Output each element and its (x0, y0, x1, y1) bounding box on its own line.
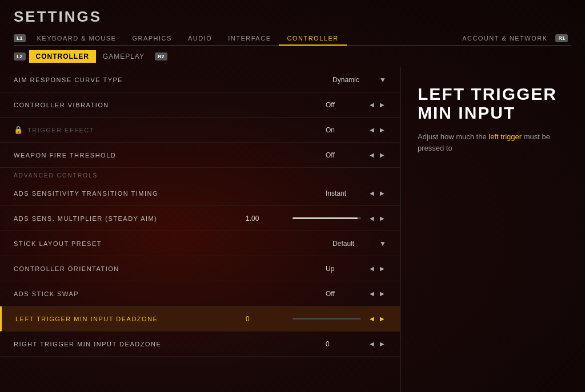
setting-controller-vibration[interactable]: CONTROLLER VIBRATION Off ◀ ▶ (0, 92, 400, 118)
ads-sens-multiplier-controls: 1.00 ◀ ▶ (246, 214, 386, 223)
ads-sens-multiplier-right-arrow[interactable]: ▶ (378, 214, 386, 223)
ads-stick-swap-right-arrow[interactable]: ▶ (378, 289, 386, 298)
trigger-effect-label: TRIGGER EFFECT (27, 127, 326, 134)
setting-trigger-effect: 🔒 TRIGGER EFFECT On ◀ ▶ (0, 118, 400, 143)
right-trigger-min-right-arrow[interactable]: ▶ (378, 340, 386, 348)
right-panel-description: Adjust how much the left trigger must be… (418, 131, 568, 153)
right-trigger-min-controls: 0 ◀ ▶ (326, 340, 386, 348)
tab-audio[interactable]: AUDIO (180, 31, 220, 45)
l2-badge: L2 (14, 52, 26, 60)
controller-orientation-right-arrow[interactable]: ▶ (378, 264, 386, 273)
trigger-effect-value: On (326, 126, 366, 134)
weapon-fire-threshold-value: Off (326, 151, 366, 159)
trigger-effect-left-arrow: ◀ (368, 126, 376, 134)
ads-sens-multiplier-value: 1.00 (246, 215, 286, 223)
aim-response-curve-controls: Dynamic ▼ (332, 76, 386, 84)
setting-weapon-fire-threshold[interactable]: WEAPON FIRE THRESHOLD Off ◀ ▶ (0, 143, 400, 168)
setting-controller-orientation[interactable]: CONTROLLER ORIENTATION Up ◀ ▶ (0, 256, 400, 281)
aim-response-curve-dropdown-icon: ▼ (379, 76, 386, 84)
controller-vibration-label: CONTROLLER VIBRATION (14, 102, 326, 108)
setting-ads-sensitivity-timing[interactable]: ADS SENSITIVITY TRANSITION TIMING Instan… (0, 181, 400, 206)
ads-sensitivity-timing-value: Instant (326, 189, 366, 197)
sub-tab-gameplay[interactable]: Gameplay (96, 50, 151, 63)
tab-keyboard[interactable]: KEYBOARD & MOUSE (29, 31, 125, 45)
controller-orientation-controls: Up ◀ ▶ (326, 264, 386, 273)
setting-right-trigger-min[interactable]: RIGHT TRIGGER MIN INPUT DEADZONE 0 ◀ ▶ (0, 332, 400, 357)
r1-badge: R1 (555, 34, 568, 42)
l1-badge: L1 (14, 34, 26, 42)
controller-vibration-left-arrow[interactable]: ◀ (368, 100, 376, 109)
right-trigger-min-label: RIGHT TRIGGER MIN INPUT DEADZONE (14, 341, 326, 347)
ads-stick-swap-label: ADS STICK SWAP (14, 290, 326, 297)
setting-left-trigger-min[interactable]: LEFT TRIGGER MIN INPUT DEADZONE 0 ◀ ▶ (0, 306, 400, 332)
tab-account[interactable]: ACCOUNT & NETWORK (454, 31, 555, 45)
r2-badge: R2 (155, 52, 167, 60)
tab-controller[interactable]: CONTROLLER (279, 31, 346, 45)
page-title: SETTINGS (14, 8, 571, 26)
setting-ads-sens-multiplier[interactable]: ADS SENS. MULTIPLIER (STEADY AIM) 1.00 ◀… (0, 206, 400, 231)
trigger-effect-right-arrow: ▶ (378, 126, 386, 134)
setting-aim-response-curve[interactable]: AIM RESPONSE CURVE TYPE Dynamic ▼ (0, 67, 400, 92)
header: SETTINGS L1 KEYBOARD & MOUSE GRAPHICS AU… (0, 0, 585, 46)
right-panel-title: LEFT TRIGGER MIN INPUT (418, 84, 568, 122)
weapon-fire-threshold-controls: Off ◀ ▶ (326, 151, 386, 159)
settings-panel: AIM RESPONSE CURVE TYPE Dynamic ▼ CONTRO… (0, 67, 400, 392)
stick-layout-value: Default (332, 240, 372, 248)
controller-vibration-right-arrow[interactable]: ▶ (378, 100, 386, 109)
right-panel: LEFT TRIGGER MIN INPUT Adjust how much t… (400, 67, 585, 392)
advanced-controls-section-header: ADVANCED CONTROLS (0, 168, 400, 181)
left-trigger-min-right-arrow[interactable]: ▶ (378, 314, 386, 323)
tab-interface[interactable]: INTERFACE (220, 31, 279, 45)
left-trigger-min-label: LEFT TRIGGER MIN INPUT DEADZONE (15, 316, 246, 322)
controller-vibration-controls: Off ◀ ▶ (326, 100, 386, 109)
right-trigger-min-value: 0 (326, 340, 366, 348)
trigger-effect-lock-icon: 🔒 (14, 126, 23, 134)
ads-sensitivity-timing-right-arrow[interactable]: ▶ (378, 189, 386, 197)
ads-sensitivity-timing-controls: Instant ◀ ▶ (326, 189, 386, 197)
ads-sens-multiplier-slider-fill (292, 217, 358, 219)
sub-tab-controller[interactable]: Controller (29, 50, 96, 63)
controller-vibration-value: Off (326, 101, 366, 109)
left-trigger-min-left-arrow[interactable]: ◀ (368, 314, 376, 323)
left-trigger-min-slider[interactable] (292, 318, 361, 320)
ads-sensitivity-timing-label: ADS SENSITIVITY TRANSITION TIMING (14, 190, 326, 197)
ads-stick-swap-value: Off (326, 290, 366, 298)
top-nav: L1 KEYBOARD & MOUSE GRAPHICS AUDIO INTER… (14, 31, 571, 46)
setting-stick-layout[interactable]: STICK LAYOUT PRESET Default ▼ (0, 231, 400, 256)
ads-sens-multiplier-label: ADS SENS. MULTIPLIER (STEADY AIM) (14, 215, 246, 222)
controller-orientation-left-arrow[interactable]: ◀ (368, 264, 376, 273)
controller-orientation-label: CONTROLLER ORIENTATION (14, 265, 326, 272)
controller-orientation-value: Up (326, 265, 366, 273)
weapon-fire-threshold-right-arrow[interactable]: ▶ (378, 151, 386, 159)
aim-response-curve-value: Dynamic (332, 76, 372, 84)
left-trigger-min-value: 0 (246, 315, 286, 323)
stick-layout-controls: Default ▼ (332, 240, 386, 248)
highlight-left-trigger: left trigger (488, 132, 522, 141)
stick-layout-dropdown-icon: ▼ (379, 240, 386, 248)
setting-ads-stick-swap[interactable]: ADS STICK SWAP Off ◀ ▶ (0, 281, 400, 306)
aim-response-curve-label: AIM RESPONSE CURVE TYPE (14, 76, 332, 83)
ads-sens-multiplier-slider[interactable] (292, 217, 361, 219)
ads-sens-multiplier-left-arrow[interactable]: ◀ (368, 214, 376, 223)
tab-graphics[interactable]: GRAPHICS (124, 31, 179, 45)
stick-layout-label: STICK LAYOUT PRESET (14, 240, 332, 247)
ads-stick-swap-controls: Off ◀ ▶ (326, 289, 386, 298)
weapon-fire-threshold-left-arrow[interactable]: ◀ (368, 151, 376, 159)
right-trigger-min-left-arrow[interactable]: ◀ (368, 340, 376, 348)
left-trigger-min-controls: 0 ◀ ▶ (246, 314, 386, 323)
ads-stick-swap-left-arrow[interactable]: ◀ (368, 289, 376, 298)
content-area: AIM RESPONSE CURVE TYPE Dynamic ▼ CONTRO… (0, 67, 585, 392)
ads-sensitivity-timing-left-arrow[interactable]: ◀ (368, 189, 376, 197)
trigger-effect-controls: On ◀ ▶ (326, 126, 386, 134)
weapon-fire-threshold-label: WEAPON FIRE THRESHOLD (14, 152, 326, 159)
sub-nav: L2 Controller Gameplay R2 (0, 46, 585, 67)
